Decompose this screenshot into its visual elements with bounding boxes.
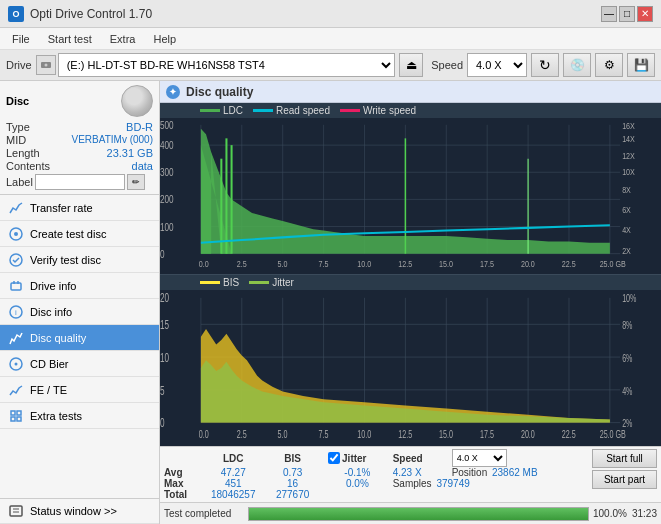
drive-info-icon <box>8 278 24 294</box>
svg-point-3 <box>14 232 18 236</box>
nav-label-extra-tests: Extra tests <box>30 410 82 422</box>
mid-value: VERBATIMv (000) <box>72 134 154 146</box>
sidebar: Disc Type BD-R MID VERBATIMv (000) Lengt… <box>0 81 160 524</box>
speed-stat-select[interactable]: 4.0 X <box>452 449 507 467</box>
media-button[interactable]: 💿 <box>563 53 591 77</box>
nav-section: Transfer rate Create test disc Verify te… <box>0 195 159 429</box>
label-label: Label <box>6 176 33 188</box>
nav-item-transfer-rate[interactable]: Transfer rate <box>0 195 159 221</box>
progress-bar <box>248 507 589 521</box>
svg-text:17.5: 17.5 <box>480 258 494 269</box>
svg-text:15: 15 <box>160 317 169 331</box>
disc-panel: Disc Type BD-R MID VERBATIMv (000) Lengt… <box>0 81 159 195</box>
svg-text:i: i <box>15 308 17 317</box>
window-title: Opti Drive Control 1.70 <box>30 7 152 21</box>
label-edit-button[interactable]: ✏ <box>127 174 145 190</box>
svg-point-11 <box>15 362 18 365</box>
start-part-button[interactable]: Start part <box>592 470 657 489</box>
svg-text:22.5: 22.5 <box>562 258 576 269</box>
svg-text:4X: 4X <box>622 224 631 235</box>
svg-text:2X: 2X <box>622 245 631 256</box>
avg-bis: 0.73 <box>267 467 318 478</box>
svg-text:10.0: 10.0 <box>357 258 371 269</box>
svg-text:25.0 GB: 25.0 GB <box>600 258 627 269</box>
settings-button[interactable]: ⚙ <box>595 53 623 77</box>
svg-rect-13 <box>17 411 21 415</box>
progress-fill <box>249 508 588 520</box>
nav-item-extra-tests[interactable]: Extra tests <box>0 403 159 429</box>
status-bar: Test completed 100.0% 31:23 <box>160 502 661 524</box>
svg-text:25.0 GB: 25.0 GB <box>600 429 626 441</box>
max-bis: 16 <box>267 478 318 489</box>
nav-item-disc-quality[interactable]: Disc quality <box>0 325 159 351</box>
svg-text:8%: 8% <box>622 320 632 332</box>
type-label: Type <box>6 121 30 133</box>
total-bis: 277670 <box>267 489 318 500</box>
nav-label-drive-info: Drive info <box>30 280 76 292</box>
menu-start-test[interactable]: Start test <box>40 31 100 47</box>
stats-row: LDC BIS Jitter Speed <box>160 446 661 502</box>
svg-text:500: 500 <box>160 119 174 131</box>
svg-text:4%: 4% <box>622 385 632 397</box>
disc-mid-row: MID VERBATIMv (000) <box>6 134 153 146</box>
minimize-button[interactable]: — <box>601 6 617 22</box>
menu-extra[interactable]: Extra <box>102 31 144 47</box>
drive-icon <box>36 55 56 75</box>
speed-select[interactable]: 4.0 X <box>467 53 527 77</box>
svg-point-1 <box>44 64 47 67</box>
contents-value: data <box>132 160 153 172</box>
label-input[interactable] <box>35 174 125 190</box>
svg-rect-15 <box>17 417 21 421</box>
nav-label-cd-bier: CD Bier <box>30 358 69 370</box>
close-button[interactable]: ✕ <box>637 6 653 22</box>
nav-item-create-test-disc[interactable]: Create test disc <box>0 221 159 247</box>
svg-text:17.5: 17.5 <box>480 429 494 441</box>
drive-select[interactable]: (E:) HL-DT-ST BD-RE WH16NS58 TST4 <box>58 53 396 77</box>
start-full-button[interactable]: Start full <box>592 449 657 468</box>
samples-value: 379749 <box>436 478 469 489</box>
svg-text:0.0: 0.0 <box>199 429 209 441</box>
nav-item-cd-bier[interactable]: CD Bier <box>0 351 159 377</box>
svg-text:12X: 12X <box>622 150 635 161</box>
jitter-checkbox[interactable] <box>328 452 340 464</box>
svg-text:22.5: 22.5 <box>562 429 576 441</box>
menubar: File Start test Extra Help <box>0 28 661 50</box>
progress-percent: 100.0% <box>593 508 628 519</box>
nav-item-drive-info[interactable]: Drive info <box>0 273 159 299</box>
window-controls[interactable]: — □ ✕ <box>601 6 653 22</box>
eject-button[interactable]: ⏏ <box>399 53 423 77</box>
svg-text:15.0: 15.0 <box>439 429 453 441</box>
status-window-button[interactable]: Status window >> <box>0 498 159 524</box>
nav-item-disc-info[interactable]: i Disc info <box>0 299 159 325</box>
save-button[interactable]: 💾 <box>627 53 655 77</box>
disc-create-icon <box>8 226 24 242</box>
svg-text:400: 400 <box>160 139 174 151</box>
svg-rect-12 <box>11 411 15 415</box>
menu-file[interactable]: File <box>4 31 38 47</box>
disc-type-row: Type BD-R <box>6 121 153 133</box>
nav-label-transfer-rate: Transfer rate <box>30 202 93 214</box>
legend-ldc: LDC <box>200 105 243 116</box>
svg-text:20.0: 20.0 <box>521 429 535 441</box>
jitter-label: Jitter <box>342 453 366 464</box>
avg-speed-label: 4.23 X <box>393 467 422 478</box>
cd-bier-icon <box>8 356 24 372</box>
nav-item-verify-test-disc[interactable]: Verify test disc <box>0 247 159 273</box>
refresh-button[interactable]: ↻ <box>531 53 559 77</box>
nav-item-fe-te[interactable]: FE / TE <box>0 377 159 403</box>
svg-text:6X: 6X <box>622 204 631 215</box>
disc-quality-title: Disc quality <box>186 85 253 99</box>
position-label: Position <box>452 467 488 478</box>
svg-text:2.5: 2.5 <box>237 258 247 269</box>
maximize-button[interactable]: □ <box>619 6 635 22</box>
svg-text:15.0: 15.0 <box>439 258 453 269</box>
svg-text:100: 100 <box>160 220 174 232</box>
speed-stat-label: Speed <box>393 453 423 464</box>
svg-text:6%: 6% <box>622 352 632 364</box>
extra-tests-icon <box>8 408 24 424</box>
nav-label-create-test-disc: Create test disc <box>30 228 106 240</box>
mid-label: MID <box>6 134 26 146</box>
menu-help[interactable]: Help <box>145 31 184 47</box>
timestamp: 31:23 <box>632 508 657 519</box>
contents-label: Contents <box>6 160 50 172</box>
